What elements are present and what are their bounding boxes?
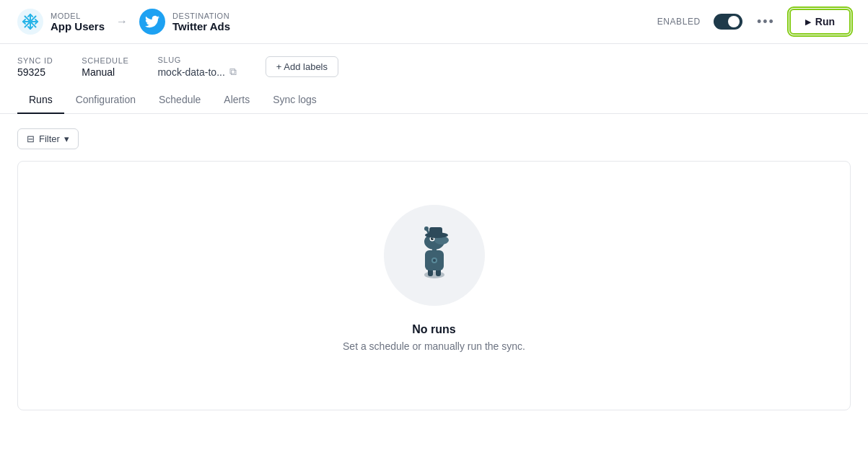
filter-label: Filter [39,133,60,144]
svg-point-13 [29,20,32,24]
tab-runs[interactable]: Runs [17,87,64,114]
tabs-nav: Runs Configuration Schedule Alerts Sync … [0,87,868,114]
empty-illustration [384,205,485,306]
destination-label: DESTINATION [172,12,230,20]
enabled-label: ENABLED [657,17,701,27]
sync-id-label: SYNC ID [17,56,53,65]
sync-id-value: 59325 [17,66,53,78]
model-info: MODEL App Users [51,12,105,32]
main-content: ⊟ Filter ▾ [0,114,868,425]
model-name: App Users [51,20,105,32]
snowflake-icon [17,9,43,35]
mascot-illustration [402,223,467,288]
add-labels-button[interactable]: + Add labels [266,56,338,77]
play-icon: ▶ [805,18,811,26]
more-options-button[interactable]: ••• [751,10,781,34]
slug-value-container: mock-data-to... ⧉ [157,66,236,78]
empty-state-subtitle: Set a schedule or manually run the sync. [343,340,525,352]
tab-sync-logs[interactable]: Sync logs [261,87,328,114]
svg-rect-29 [429,227,442,236]
tab-schedule[interactable]: Schedule [147,87,212,114]
arrow-right-icon: → [116,15,128,28]
destination-info: DESTINATION Twitter Ads [172,12,230,32]
filter-button[interactable]: ⊟ Filter ▾ [17,128,79,149]
run-button[interactable]: ▶ Run [789,9,851,35]
tab-alerts[interactable]: Alerts [212,87,261,114]
enabled-toggle[interactable] [714,14,742,30]
schedule-item: SCHEDULE Manual [82,56,128,78]
svg-point-14 [424,271,444,278]
tab-configuration[interactable]: Configuration [64,87,147,114]
meta-row: SYNC ID 59325 SCHEDULE Manual SLUG mock-… [0,44,868,87]
filter-icon: ⊟ [27,133,35,144]
schedule-label: SCHEDULE [82,56,128,65]
model-block: MODEL App Users [17,9,105,35]
twitter-icon [139,9,165,35]
slug-value: mock-data-to... [157,66,224,78]
model-label: MODEL [51,12,105,20]
chevron-down-icon: ▾ [64,133,69,144]
svg-point-27 [424,226,429,231]
destination-block: DESTINATION Twitter Ads [139,9,230,35]
add-labels-container: + Add labels [266,56,338,77]
empty-state-title: No runs [412,323,455,336]
slug-label: SLUG [157,56,236,64]
header: MODEL App Users → DESTINATION Twitter Ad… [0,0,868,44]
destination-name: Twitter Ads [172,20,230,32]
schedule-value: Manual [82,66,128,78]
sync-id-item: SYNC ID 59325 [17,56,53,78]
slug-item: SLUG mock-data-to... ⧉ [157,56,236,78]
run-label: Run [815,16,835,27]
empty-state: No runs Set a schedule or manually run t… [17,161,851,410]
copy-icon[interactable]: ⧉ [229,66,237,78]
svg-point-19 [433,259,436,262]
